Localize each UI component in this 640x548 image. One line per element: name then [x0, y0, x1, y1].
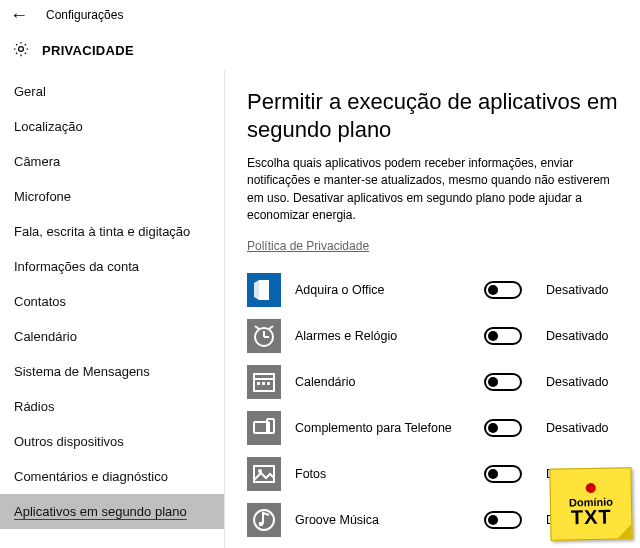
sidebar-item[interactable]: Aplicativos em segundo plano: [0, 494, 224, 529]
sidebar-item[interactable]: Contatos: [0, 284, 224, 319]
sidebar-item-label: Câmera: [14, 154, 60, 169]
app-toggle[interactable]: [484, 373, 522, 391]
toggle-state-label: Desativado: [546, 329, 620, 343]
privacy-policy-link[interactable]: Política de Privacidade: [247, 239, 620, 253]
sidebar-item-label: Microfone: [14, 189, 71, 204]
sticky-line2: TXT: [571, 507, 612, 526]
window-title: Configurações: [46, 8, 123, 22]
sidebar-item-label: Comentários e diagnóstico: [14, 469, 168, 484]
sidebar: GeralLocalizaçãoCâmeraMicrofoneFala, esc…: [0, 70, 225, 548]
app-name-label: Calendário: [295, 375, 470, 389]
main-heading: Permitir a execução de aplicativos em se…: [247, 88, 620, 143]
app-toggle[interactable]: [484, 465, 522, 483]
svg-rect-16: [247, 411, 281, 445]
pin-icon: [586, 482, 596, 492]
app-row: CalendárioDesativado: [247, 359, 620, 405]
app-toggle[interactable]: [484, 327, 522, 345]
sidebar-item[interactable]: Calendário: [0, 319, 224, 354]
groove-icon: [247, 503, 281, 537]
sidebar-item-label: Aplicativos em segundo plano: [14, 504, 187, 519]
app-toggle[interactable]: [484, 281, 522, 299]
sidebar-item-label: Rádios: [14, 399, 54, 414]
svg-rect-15: [267, 382, 270, 385]
office-icon: [247, 273, 281, 307]
sidebar-item[interactable]: Localização: [0, 109, 224, 144]
sidebar-item[interactable]: Rádios: [0, 389, 224, 424]
svg-point-0: [19, 46, 24, 51]
gear-icon: [12, 40, 30, 61]
app-row: Complemento para TelefoneDesativado: [247, 405, 620, 451]
sidebar-item-label: Calendário: [14, 329, 77, 344]
photos-icon: [247, 457, 281, 491]
app-name-label: Alarmes e Relógio: [295, 329, 470, 343]
sidebar-item-label: Sistema de Mensagens: [14, 364, 150, 379]
app-row: Adquira o OfficeDesativado: [247, 267, 620, 313]
svg-rect-19: [247, 457, 281, 491]
back-button[interactable]: ←: [10, 6, 28, 24]
svg-rect-13: [257, 382, 260, 385]
svg-rect-14: [262, 382, 265, 385]
sidebar-item[interactable]: Comentários e diagnóstico: [0, 459, 224, 494]
phone-companion-icon: [247, 411, 281, 445]
svg-rect-2: [259, 280, 269, 300]
page-header: PRIVACIDADE: [0, 30, 640, 70]
sidebar-item-label: Contatos: [14, 294, 66, 309]
sidebar-item-label: Informações da conta: [14, 259, 139, 274]
toggle-state-label: Desativado: [546, 421, 620, 435]
sidebar-item[interactable]: Microfone: [0, 179, 224, 214]
calendar-icon: [247, 365, 281, 399]
toggle-state-label: Desativado: [546, 283, 620, 297]
app-toggle[interactable]: [484, 419, 522, 437]
app-name-label: Fotos: [295, 467, 470, 481]
app-row: Alarmes e RelógioDesativado: [247, 313, 620, 359]
alarm-icon: [247, 319, 281, 353]
page-title: PRIVACIDADE: [42, 43, 134, 58]
sidebar-item[interactable]: Informações da conta: [0, 249, 224, 284]
sidebar-item-label: Geral: [14, 84, 46, 99]
sticky-note-logo: Domínio TXT: [549, 467, 632, 540]
app-name-label: Adquira o Office: [295, 283, 470, 297]
sidebar-item[interactable]: Fala, escrita à tinta e digitação: [0, 214, 224, 249]
svg-marker-3: [254, 280, 259, 300]
title-bar: ← Configurações: [0, 0, 640, 30]
sidebar-item[interactable]: Geral: [0, 74, 224, 109]
toggle-state-label: Desativado: [546, 375, 620, 389]
app-name-label: Complemento para Telefone: [295, 421, 470, 435]
app-name-label: Groove Música: [295, 513, 470, 527]
sidebar-item-label: Fala, escrita à tinta e digitação: [14, 224, 190, 239]
app-toggle[interactable]: [484, 511, 522, 529]
app-row: LojaDesativado: [247, 543, 620, 548]
sidebar-item[interactable]: Câmera: [0, 144, 224, 179]
sidebar-item-label: Outros dispositivos: [14, 434, 124, 449]
sidebar-item[interactable]: Sistema de Mensagens: [0, 354, 224, 389]
sidebar-item-label: Localização: [14, 119, 83, 134]
sidebar-item[interactable]: Outros dispositivos: [0, 424, 224, 459]
main-description: Escolha quais aplicativos podem receber …: [247, 155, 620, 225]
